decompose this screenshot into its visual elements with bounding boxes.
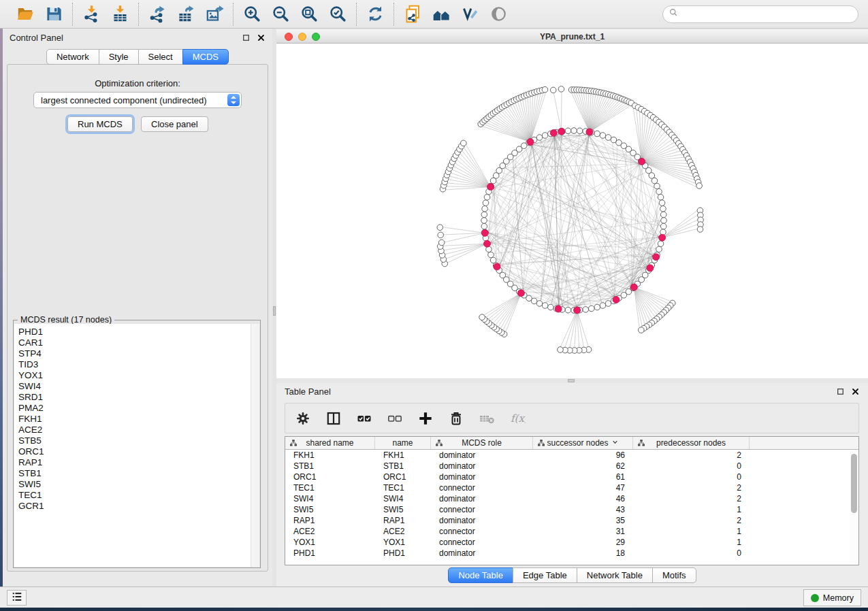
run-mcds-button[interactable]: Run MCDS	[67, 116, 133, 132]
mcds-result-item[interactable]: SWI4	[14, 381, 259, 392]
mcds-result-item[interactable]: GCR1	[14, 501, 259, 512]
column-header-predecessor-nodes[interactable]: predecessor nodes	[633, 437, 750, 449]
cell-successor-nodes[interactable]: 96	[533, 450, 633, 461]
cell-name[interactable]: SWI4	[375, 493, 431, 504]
cell-name[interactable]: SWI5	[375, 504, 431, 515]
tab-select[interactable]: Select	[138, 49, 183, 65]
cell-shared-name[interactable]: PHD1	[285, 548, 375, 559]
cell-predecessor-nodes[interactable]: 1	[633, 526, 750, 537]
cell-MCDS-role[interactable]: dominator	[431, 472, 533, 482]
cell-name[interactable]: TEC1	[375, 482, 431, 493]
export-image-icon[interactable]	[204, 4, 225, 24]
zoom-out-icon[interactable]	[270, 4, 291, 24]
float-panel-button[interactable]	[241, 33, 251, 42]
tab-motifs[interactable]: Motifs	[652, 567, 696, 583]
cell-shared-name[interactable]: YOX1	[285, 537, 375, 548]
cell-name[interactable]: YOX1	[375, 537, 431, 548]
select-all-icon[interactable]	[355, 409, 374, 428]
zoom-in-icon[interactable]	[242, 4, 262, 24]
cell-name[interactable]: PHD1	[375, 548, 431, 559]
zoom-fit-icon[interactable]	[299, 4, 319, 24]
mcds-result-item[interactable]: ACE2	[14, 425, 259, 435]
save-session-icon[interactable]	[44, 4, 64, 24]
cell-shared-name[interactable]: TEC1	[285, 482, 375, 493]
cell-MCDS-role[interactable]: connector	[431, 526, 533, 537]
cell-shared-name[interactable]: RAP1	[285, 515, 375, 526]
zoom-selected-icon[interactable]	[327, 4, 348, 24]
tab-style[interactable]: Style	[99, 49, 139, 65]
horizontal-splitter[interactable]	[276, 378, 868, 383]
cell-shared-name[interactable]: ORC1	[285, 472, 375, 482]
cell-shared-name[interactable]: SWI4	[285, 493, 375, 504]
mcds-result-item[interactable]: STB1	[14, 468, 259, 479]
mcds-result-item[interactable]: TEC1	[14, 490, 259, 501]
close-panel-action-button[interactable]: Close panel	[141, 116, 208, 132]
open-file-icon[interactable]	[15, 4, 35, 24]
horizontal-splitter-grip[interactable]	[568, 379, 575, 382]
cell-shared-name[interactable]: SWI5	[285, 504, 375, 515]
cell-name[interactable]: ORC1	[375, 472, 431, 482]
mcds-result-item[interactable]: CAR1	[14, 337, 259, 348]
vertical-splitter-grip[interactable]	[273, 306, 276, 316]
cell-shared-name[interactable]: FKH1	[285, 450, 375, 461]
network-canvas[interactable]	[276, 44, 868, 378]
mcds-result-item[interactable]: TID3	[14, 359, 259, 370]
cell-name[interactable]: STB1	[375, 461, 431, 472]
column-header-shared-name[interactable]: shared name	[285, 437, 375, 449]
cell-name[interactable]: RAP1	[375, 515, 431, 526]
cell-predecessor-nodes[interactable]: 0	[633, 548, 750, 559]
add-column-icon[interactable]	[416, 409, 435, 428]
task-history-button[interactable]	[7, 590, 27, 606]
search-input[interactable]	[679, 7, 858, 21]
gear-icon[interactable]	[293, 409, 312, 428]
cell-successor-nodes[interactable]: 29	[533, 537, 633, 548]
cell-predecessor-nodes[interactable]: 1	[633, 537, 750, 548]
optimization-criterion-select[interactable]: largest connected component (undirected)	[33, 92, 242, 108]
mcds-result-item[interactable]: PMA2	[14, 403, 259, 414]
cell-predecessor-nodes[interactable]: 2	[633, 493, 750, 504]
float-table-panel-button[interactable]	[835, 386, 845, 396]
cell-name[interactable]: ACE2	[375, 526, 431, 537]
new-network-from-selection-icon[interactable]	[402, 4, 423, 24]
cell-MCDS-role[interactable]: connector	[431, 537, 533, 548]
mcds-result-item[interactable]: SWI5	[14, 479, 259, 490]
tab-network[interactable]: Network	[46, 49, 99, 65]
tab-mcds[interactable]: MCDS	[182, 49, 229, 65]
cell-successor-nodes[interactable]: 43	[533, 504, 633, 515]
mcds-result-item[interactable]: RAP1	[14, 457, 259, 468]
cell-predecessor-nodes[interactable]: 2	[633, 515, 750, 526]
deselect-all-icon[interactable]	[385, 409, 404, 428]
cell-successor-nodes[interactable]: 61	[533, 472, 633, 482]
cell-MCDS-role[interactable]: dominator	[431, 461, 533, 472]
apply-layout-icon[interactable]	[365, 4, 385, 24]
mcds-result-item[interactable]: YOX1	[14, 370, 259, 381]
cell-successor-nodes[interactable]: 18	[533, 548, 633, 559]
mcds-list-scrollbar[interactable]	[251, 324, 259, 567]
cell-name[interactable]: FKH1	[375, 450, 431, 461]
memory-button[interactable]: Memory	[803, 589, 861, 606]
cell-MCDS-role[interactable]: dominator	[431, 515, 533, 526]
cell-shared-name[interactable]: STB1	[285, 461, 375, 472]
export-table-icon[interactable]	[176, 4, 196, 24]
cell-predecessor-nodes[interactable]: 1	[633, 504, 750, 515]
cell-successor-nodes[interactable]: 62	[533, 461, 633, 472]
graphics-details-icon[interactable]	[460, 4, 480, 24]
cell-predecessor-nodes[interactable]: 0	[633, 472, 750, 482]
cell-MCDS-role[interactable]: dominator	[431, 548, 533, 559]
cell-MCDS-role[interactable]: connector	[431, 504, 533, 515]
mcds-result-item[interactable]: FKH1	[14, 414, 259, 425]
mcds-result-item[interactable]: STP4	[14, 348, 259, 359]
tab-network-table[interactable]: Network Table	[577, 567, 653, 583]
cell-successor-nodes[interactable]: 31	[533, 526, 633, 537]
cell-predecessor-nodes[interactable]: 2	[633, 482, 750, 493]
mcds-result-item[interactable]: STB5	[14, 435, 259, 446]
import-table-icon[interactable]	[110, 4, 130, 24]
cell-MCDS-role[interactable]: dominator	[431, 493, 533, 504]
table-scrollbar[interactable]	[850, 450, 858, 564]
table-scrollbar-thumb[interactable]	[851, 454, 857, 513]
column-header-name[interactable]: name	[375, 437, 431, 449]
cell-successor-nodes[interactable]: 35	[533, 515, 633, 526]
mcds-result-item[interactable]: PHD1	[14, 327, 259, 337]
tab-edge-table[interactable]: Edge Table	[513, 567, 577, 583]
tab-node-table[interactable]: Node Table	[448, 567, 513, 583]
